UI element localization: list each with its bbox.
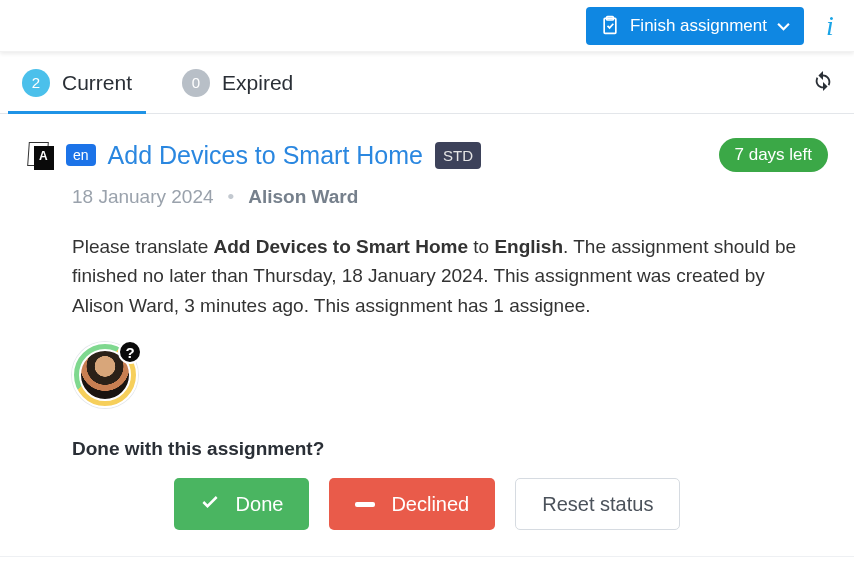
desc-prefix: Please translate — [72, 236, 214, 257]
reset-status-button[interactable]: Reset status — [515, 478, 680, 530]
check-icon — [200, 492, 220, 517]
done-label: Done — [236, 493, 284, 516]
card-subline: 18 January 2024 • Alison Ward — [72, 186, 828, 208]
chevron-down-icon — [777, 16, 790, 36]
assignee-avatar[interactable]: ? — [72, 342, 140, 410]
card-date: 18 January 2024 — [72, 186, 214, 208]
desc-title: Add Devices to Smart Home — [214, 236, 468, 257]
separator-dot: • — [228, 186, 235, 208]
tab-expired-count: 0 — [182, 69, 210, 97]
tab-expired-label: Expired — [222, 71, 293, 95]
tab-current-label: Current — [62, 71, 132, 95]
tabs-bar: 2 Current 0 Expired — [0, 52, 854, 114]
assignment-title-link[interactable]: Add Devices to Smart Home — [108, 141, 423, 170]
tab-current-count: 2 — [22, 69, 50, 97]
finish-label: Finish assignment — [630, 16, 767, 36]
std-badge: STD — [435, 142, 481, 169]
assignment-card: A en Add Devices to Smart Home STD 7 day… — [0, 114, 854, 557]
desc-lang: English — [494, 236, 563, 257]
avatar-status-icon: ? — [118, 340, 142, 364]
done-button[interactable]: Done — [174, 478, 310, 530]
declined-label: Declined — [391, 493, 469, 516]
top-bar: Finish assignment i — [0, 0, 854, 52]
card-description: Please translate Add Devices to Smart Ho… — [72, 232, 828, 320]
finish-assignment-button[interactable]: Finish assignment — [586, 7, 804, 45]
declined-button[interactable]: Declined — [329, 478, 495, 530]
done-question: Done with this assignment? — [72, 438, 828, 460]
language-badge: en — [66, 144, 96, 166]
clipboard-check-icon — [600, 15, 620, 37]
card-header: A en Add Devices to Smart Home STD 7 day… — [26, 138, 828, 172]
minus-icon — [355, 502, 375, 507]
card-actions: Done Declined Reset status — [26, 478, 828, 530]
reset-label: Reset status — [542, 493, 653, 516]
tab-current[interactable]: 2 Current — [22, 52, 132, 113]
tab-expired[interactable]: 0 Expired — [182, 52, 293, 113]
days-left-badge: 7 days left — [719, 138, 829, 172]
refresh-icon[interactable] — [812, 70, 834, 96]
project-icon: A — [26, 140, 54, 170]
desc-mid: to — [468, 236, 494, 257]
card-author: Alison Ward — [248, 186, 358, 208]
info-icon[interactable]: i — [820, 10, 840, 42]
